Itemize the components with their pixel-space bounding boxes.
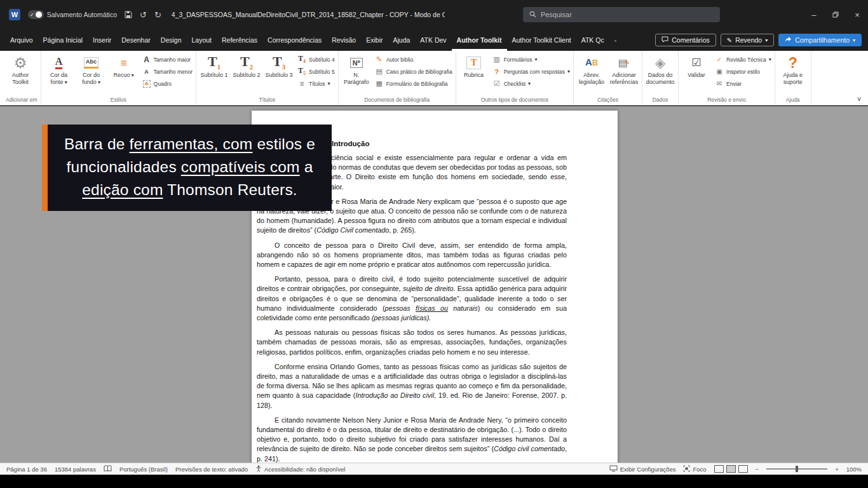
ribbon-button-quadro[interactable]: AQuadro (142, 79, 193, 88)
ribbon-button-autor-biblio[interactable]: ✎Autor biblio. (375, 55, 452, 64)
status-label: Português (Brasil) (119, 466, 168, 473)
font-bigger-icon: A (142, 55, 151, 64)
button-label: Cor do fundo ▾ (76, 72, 107, 86)
web-layout-icon[interactable] (738, 465, 748, 473)
button-label: Revisão Técnica (726, 57, 766, 63)
reviewing-button[interactable]: ✎ Revendo ▾ (721, 34, 774, 46)
ribbon-tab-row: ArquivoPágina InicialInserirDesenharDesi… (0, 29, 868, 51)
ribbon-button-revisao-tecnica[interactable]: ✓Revisão Técnica▾ (715, 55, 771, 64)
status-item-15384-palavras[interactable]: 15384 palavras (55, 466, 96, 473)
minimize-icon[interactable]: – (803, 0, 825, 29)
tab-atk-dev[interactable]: ATK Dev (415, 29, 451, 51)
ribbon-group-titulos: T1Subtítulo 1T2Subtítulo 2T3Subtítulo 3T… (196, 51, 339, 105)
tab-layout[interactable]: Layout (186, 29, 217, 51)
ribbon-button-n-paragrafo[interactable]: NºN. Parágrafo (341, 53, 372, 86)
tab-pagina-inicial[interactable]: Página Inicial (38, 29, 88, 51)
tab-atk-qc[interactable]: ATK Qc (576, 29, 609, 51)
ribbon-group-revisao-e-envio: ☑Validar✓Revisão Técnica▾▣Inspetor estil… (679, 51, 775, 105)
ribbon-button-formulario-de-bibliografia[interactable]: ▦Formulário de Bibliografia (375, 79, 452, 88)
button-label: Autor biblio. (386, 57, 415, 63)
tab-dash[interactable]: - (609, 29, 622, 51)
ribbon-button-cor-do-fundo[interactable]: AbcCor do fundo ▾ (76, 53, 107, 87)
ribbon-button-dados-do-documento[interactable]: ◈Dados do documento (644, 53, 676, 86)
button-label: Validar (688, 72, 705, 79)
ribbon-button-cor-da-fonte[interactable]: ACor da fonte ▾ (43, 53, 75, 87)
status-right: Exibir ConfiguraçõesFoco (609, 465, 707, 473)
read-mode-icon[interactable] (714, 465, 724, 473)
ribbon-button-perguntas-com-respostas[interactable]: ?Perguntas com respostas▾ (492, 67, 570, 76)
send-icon: ✉ (715, 80, 724, 87)
document-paragraph: Portanto, pessoa, para o direito civil, … (257, 274, 567, 323)
ribbon-button-ajuda-e-suporte[interactable]: ?Ajuda e suporte (777, 53, 809, 86)
callout-line: edição com Thomson Reuters. (64, 179, 315, 201)
zoom-in-icon[interactable]: + (835, 466, 839, 473)
ribbon-button-recuo[interactable]: ≡Recuo ▾ (108, 53, 140, 81)
ribbon-button-titulos[interactable]: ≡Títulos▾ (297, 79, 335, 88)
tab-inserir[interactable]: Inserir (88, 29, 116, 51)
ribbon-group-label: Dados (644, 96, 676, 105)
status-item-foco[interactable]: Foco (683, 465, 706, 473)
chevron-down-icon: ▾ (853, 37, 855, 43)
tab-arquivo[interactable]: Arquivo (5, 29, 38, 51)
ribbon-button-abrev-legislacao[interactable]: ABAbrev. legislação (576, 53, 607, 86)
status-item-exibir-configuracoes[interactable]: Exibir Configurações (609, 465, 676, 473)
redo-icon[interactable]: ↻ (154, 10, 161, 20)
autosave-toggle[interactable]: ✓ Salvamento Automático (28, 10, 117, 19)
ribbon-button-inspetor-estilo[interactable]: ▣Inspetor estilo (715, 67, 771, 76)
restore-icon[interactable] (825, 0, 846, 29)
share-button[interactable]: Compartilhamento ▾ (778, 34, 862, 46)
tab-desenhar[interactable]: Desenhar (116, 29, 156, 51)
button-label: Formulários (504, 57, 532, 63)
collapse-ribbon-icon[interactable]: ∨ (857, 95, 862, 103)
search-icon (529, 11, 536, 19)
zoom-slider-handle[interactable] (796, 466, 798, 472)
ribbon-button-author-toolkit[interactable]: ⚙Author Toolkit (4, 53, 36, 86)
ribbon-button-formularios[interactable]: ▥Formulários▾ (492, 55, 570, 64)
status-item-previsoes-de-texto-ativado[interactable]: Previsões de texto: ativado (175, 466, 248, 473)
print-layout-icon[interactable] (726, 465, 736, 473)
zoom-level[interactable]: 100% (846, 466, 862, 473)
ribbon-button-subtitulo-3[interactable]: T3Subtítulo 3 (263, 53, 295, 80)
ribbon-group-label: Estilos (43, 96, 194, 105)
status-item-portugues-brasil[interactable]: Português (Brasil) (119, 466, 168, 473)
button-label: Checklist (504, 81, 526, 87)
zoom-slider[interactable] (766, 468, 827, 470)
chevron-down-icon: ▾ (765, 37, 768, 43)
tab-revisao[interactable]: Revisão (327, 29, 361, 51)
ribbon-button-caso-pratico-de-bibliografia[interactable]: ▤Caso prático de Bibliografia (375, 67, 452, 76)
tab-referencias[interactable]: Referências (217, 29, 262, 51)
tab-exibir[interactable]: Exibir (361, 29, 388, 51)
tab-ajuda[interactable]: Ajuda (388, 29, 415, 51)
ribbon-button-rubrica[interactable]: TRubrica (458, 53, 490, 80)
ribbon-button-subtitulo-1[interactable]: T1Subtítulo 1 (198, 53, 230, 80)
author-biblio-icon: ✎ (375, 55, 384, 64)
ribbon-button-tamanho-maior[interactable]: ATamanho maior (142, 55, 193, 64)
tab-author-toolkit-client[interactable]: Author Toolkit Client (507, 29, 576, 51)
ribbon-button-validar[interactable]: ☑Validar (681, 53, 712, 80)
button-label: Inspetor estilo (726, 69, 760, 75)
tab-author-toolkit[interactable]: Author Toolkit (452, 29, 507, 51)
status-item-proofing-book-icon[interactable] (104, 465, 112, 473)
ribbon-button-tamanho-menor[interactable]: ATamanho menor (142, 67, 193, 76)
bottom-black-strip (0, 475, 868, 488)
status-item-acessibilidade-nao-disponivel[interactable]: Acessibilidade: não disponível (255, 465, 345, 473)
author-toolkit-icon: ⚙ (14, 54, 27, 72)
ribbon-group-label: Títulos (198, 96, 336, 105)
status-item-pagina-1-de-36[interactable]: Página 1 de 36 (6, 466, 47, 473)
save-icon[interactable] (125, 11, 132, 18)
undo-icon[interactable]: ↺ (140, 10, 147, 20)
tab-correspondencias[interactable]: Correspondências (262, 29, 327, 51)
ribbon-button-enviar[interactable]: ✉Enviar (715, 79, 771, 88)
ribbon-button-checklist[interactable]: ☑Checklist▾ (492, 79, 570, 88)
ribbon-button-subtitulo-4[interactable]: T4Subtítulo 4 (297, 55, 335, 64)
add-references-icon: ▤✎ (618, 54, 630, 72)
close-icon[interactable]: × (846, 0, 868, 29)
zoom-out-icon[interactable]: − (756, 466, 759, 473)
ribbon-group-label: Adicionar em (4, 96, 39, 105)
ribbon-button-subtitulo-5[interactable]: T5Subtítulo 5 (297, 67, 335, 76)
tab-design[interactable]: Design (156, 29, 187, 51)
comments-button[interactable]: Comentários (655, 34, 716, 46)
ribbon-button-adicionar-referencias[interactable]: ▤✎Adicionar referências (608, 53, 640, 86)
ribbon-button-subtitulo-2[interactable]: T2Subtítulo 2 (231, 53, 262, 80)
search-input[interactable]: Pesquisar (523, 7, 720, 22)
